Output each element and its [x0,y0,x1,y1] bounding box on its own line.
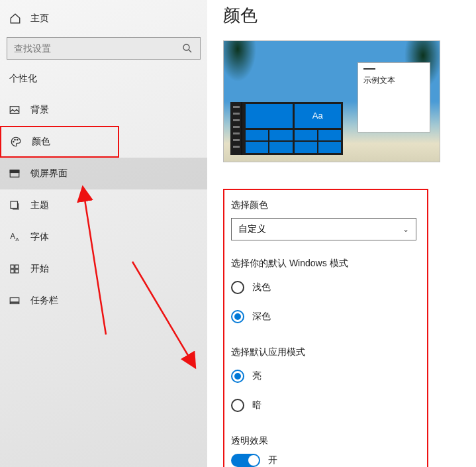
svg-rect-11 [15,270,19,273]
choose-color-label: 选择颜色 [231,199,420,211]
radio-icon [231,310,244,323]
app-mode-label: 选择默认应用模式 [231,346,420,358]
sidebar-item-taskbar[interactable]: 任务栏 [0,285,207,317]
app-mode-dark[interactable]: 暗 [231,394,420,417]
taskbar-icon [7,295,23,307]
sidebar-item-label: 字体 [30,231,49,243]
page-title: 颜色 [223,4,463,27]
palette-icon [8,136,24,148]
settings-highlight-box: 选择颜色 自定义 ⌄ 选择你的默认 Windows 模式 浅色 深色 选择默认应… [223,189,428,467]
svg-rect-6 [10,170,19,173]
sidebar-item-themes[interactable]: 主题 [0,189,207,221]
search-input[interactable] [14,43,166,54]
sidebar-item-background[interactable]: 背景 [0,94,207,126]
toggle-knob [248,455,259,466]
home-button[interactable]: 主页 [0,5,207,32]
svg-point-2 [13,142,15,143]
sidebar-item-label: 开始 [30,263,49,275]
radio-label: 浅色 [252,282,271,293]
preview-tile-aa: Aa [295,104,342,128]
sidebar-item-label: 锁屏界面 [30,168,68,180]
preview-sample-window: 示例文本 [357,62,430,132]
start-icon [7,263,23,276]
preview-sample-text: 示例文本 [363,75,424,86]
dropdown-value: 自定义 [238,223,266,235]
radio-icon [231,370,244,383]
search-icon [181,42,193,55]
radio-label: 深色 [252,311,271,323]
svg-rect-1 [10,107,19,114]
radio-label: 亮 [252,370,262,382]
chevron-down-icon: ⌄ [403,225,409,234]
sidebar-item-label: 背景 [30,104,49,116]
svg-point-4 [17,140,19,141]
transparency-label: 透明效果 [231,435,420,447]
toggle-state-label: 开 [268,454,277,466]
color-preview: Aa 示例文本 [223,40,440,162]
windows-mode-label: 选择你的默认 Windows 模式 [231,258,420,270]
sidebar-item-label: 颜色 [32,136,50,148]
svg-point-0 [183,44,189,50]
transparency-toggle[interactable] [231,454,260,467]
app-mode-light[interactable]: 亮 [231,365,420,388]
home-icon [9,13,21,25]
font-icon: AA [7,232,23,242]
radio-label: 暗 [252,399,262,411]
sidebar-item-lockscreen[interactable]: 锁屏界面 [0,158,207,189]
home-label: 主页 [30,13,49,25]
radio-icon [231,281,244,294]
picture-icon [7,104,23,117]
sidebar-item-colors[interactable]: 颜色 [0,126,119,158]
sidebar-item-start[interactable]: 开始 [0,253,207,285]
section-title: 个性化 [0,69,207,94]
preview-start-menu: Aa [230,102,343,155]
choose-color-dropdown[interactable]: 自定义 ⌄ [231,218,416,240]
svg-point-3 [15,140,16,141]
svg-rect-8 [11,265,14,268]
content-area: 颜色 Aa 示例文本 选择颜色 自定义 ⌄ [207,0,476,467]
search-box[interactable] [7,37,201,60]
theme-icon [7,199,23,212]
radio-icon [231,399,244,412]
svg-rect-7 [11,201,18,209]
sidebar-item-label: 主题 [30,199,49,211]
windows-mode-dark[interactable]: 深色 [231,305,420,328]
windows-mode-light[interactable]: 浅色 [231,276,420,299]
sidebar-item-label: 任务栏 [30,295,58,307]
sidebar: 主页 个性化 背景 [0,0,207,467]
svg-rect-10 [11,270,14,273]
svg-rect-9 [15,265,19,268]
lockscreen-icon [7,168,23,180]
sidebar-item-fonts[interactable]: AA 字体 [0,221,207,253]
